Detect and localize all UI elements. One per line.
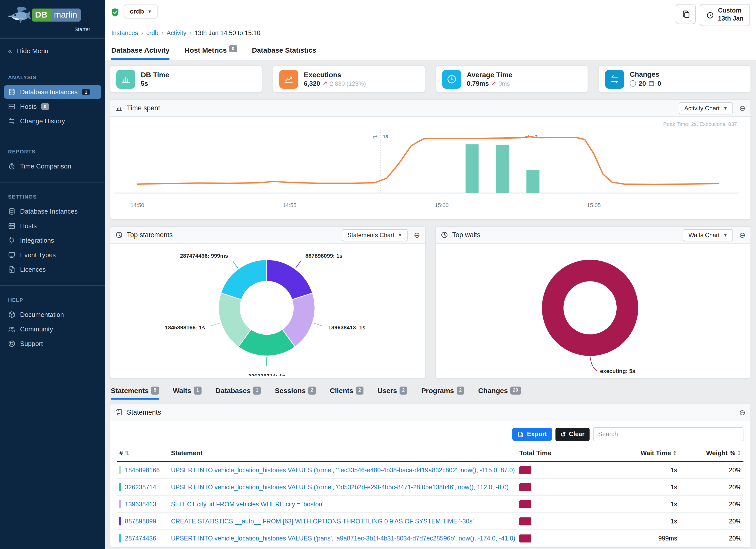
statement-id-link[interactable]: 139638413 [125,501,156,508]
col-header-statement[interactable]: Statement [169,446,517,461]
brand-marlin: marlin [50,9,81,22]
instance-selector[interactable]: crdb ▼ [124,4,158,19]
caret-down-icon: ▼ [723,106,728,111]
statement-link[interactable]: UPSERT INTO vehicle_location_histories V… [171,484,509,491]
sidebar-section: SETTINGSDatabase InstancesHostsIntegrati… [0,186,105,282]
tab-databases[interactable]: Databases1 [216,387,261,400]
tab-waits[interactable]: Waits1 [173,387,202,400]
donut-slice-287474436 [221,260,267,300]
tab-clients[interactable]: Clients2 [330,387,363,400]
sidebar: DBmarlin Starter « Hide Menu ANALYSISDat… [0,0,105,549]
tab-database-activity[interactable]: Database Activity [111,46,169,60]
sidebar-item-hosts[interactable]: Hosts0 [4,100,101,113]
hide-menu-button[interactable]: « Hide Menu [0,42,105,60]
detail-tabs: Statements5Waits1Databases1Sessions2Clie… [110,379,751,400]
card-average-time[interactable]: Average Time0.79ms↗0ms [436,65,588,93]
sidebar-section-title: ANALYSIS [0,68,105,84]
svg-text:15:05: 15:05 [587,202,601,208]
col-header-wait-time[interactable]: Wait Time↥ [601,446,679,461]
waits-chart-select[interactable]: Waits Chart ▼ [683,229,733,241]
sidebar-item-integrations[interactable]: Integrations [4,234,101,247]
trend-up-icon: ↗ [491,80,496,87]
breadcrumb: Instances›crdb›Activity›13th Jan 14:50 t… [105,26,756,41]
tab-database-statistics[interactable]: Database Statistics [252,46,316,60]
clear-button[interactable]: ↺ Clear [555,427,590,441]
breadcrumb-link[interactable]: Activity [166,30,186,37]
statement-link[interactable]: UPSERT INTO vehicle_location_histories V… [171,467,515,474]
time-range-button[interactable]: Custom13th Jan [700,4,750,26]
top-statements-panel: Top statements Statements Chart ▼ ⊖ 8878… [110,226,426,379]
sidebar-item-database-instances[interactable]: Database Instances [4,205,101,218]
search-input[interactable] [593,427,743,441]
card-executions[interactable]: Executions6,320↗2,830 (123%) [273,65,425,93]
app-logo[interactable]: DBmarlin Starter [0,0,105,35]
calendar-icon [648,80,655,87]
card-db-time[interactable]: DB Time5s [110,65,262,93]
statement-id-link[interactable]: 1845898166 [125,467,160,474]
statements-chart-select[interactable]: Statements Chart ▼ [342,229,408,241]
sidebar-section: REPORTSTime Comparison [0,140,105,179]
table-row: 326238714UPSERT INTO vehicle_location_hi… [117,479,743,496]
collapse-panel-icon[interactable]: ⊖ [414,231,420,239]
count-badge: 0 [229,45,237,52]
executions-bar [496,145,509,193]
statement-id-link[interactable]: 887898099 [125,518,156,525]
export-button[interactable]: Export [512,428,552,441]
svg-text:14:55: 14:55 [282,202,296,208]
main-content: DB Time5sExecutions6,320↗2,830 (123%)Ave… [105,60,756,549]
card-changes[interactable]: Changesⓘ200 [599,65,751,93]
statement-id-link[interactable]: 326238714 [125,484,156,491]
count-badge: 2 [400,387,407,395]
sidebar-item-change-history[interactable]: Change History [4,114,101,128]
sidebar-item-database-instances[interactable]: Database Instances1 [4,85,101,99]
collapse-panel-icon[interactable]: ⊖ [739,409,745,416]
time-spent-panel: Time spent Activity Chart ▼ ⊖ ⇄18⇄214:50… [110,99,751,220]
sidebar-item-licences[interactable]: Licences [4,263,101,276]
top-waits-donut[interactable]: executing: 5s [436,244,744,376]
activity-chart-select[interactable]: Activity Chart ▼ [679,102,733,114]
statement-id-link[interactable]: 287474436 [125,535,156,542]
total-time-bar [519,534,531,542]
tab-host-metrics[interactable]: Host Metrics0 [184,46,237,60]
breadcrumb-link[interactable]: Instances [111,30,138,37]
col-header-weight[interactable]: Weight %↧ [679,446,743,461]
statement-color-bar [119,517,121,525]
sidebar-item-community[interactable]: Community [4,322,101,336]
page-header: crdb ▼ Custom13th Jan [105,0,756,60]
table-row: 1845898166UPSERT INTO vehicle_location_h… [117,461,743,479]
statement-link[interactable]: SELECT city, id FROM vehicles WHERE city… [171,501,323,508]
panel-title: Top statements [127,231,173,239]
average-time-icon [442,69,461,88]
community-icon [8,325,16,333]
tab-sessions[interactable]: Sessions2 [275,387,316,400]
tab-changes[interactable]: Changes20 [478,387,521,400]
sidebar-item-hosts[interactable]: Hosts [4,219,101,233]
time-spent-chart[interactable]: ⇄18⇄214:5014:5515:0015:05Peak Time: 2s, … [110,117,743,217]
top-statements-donut[interactable]: 887898099: 1s139638413: 1s326238714: 1s1… [110,244,423,376]
total-time-bar [519,483,531,491]
statement-link[interactable]: CREATE STATISTICS __auto__ FROM [63] WIT… [171,518,474,525]
collapse-panel-icon[interactable]: ⊖ [739,104,745,112]
count-badge: 2 [456,387,464,395]
divider [0,137,105,137]
col-header-total-time[interactable]: Total Time [517,446,602,461]
tab-programs[interactable]: Programs2 [421,387,464,400]
col-header-id[interactable]: #⇅ [117,446,169,461]
sidebar-item-support[interactable]: Support [4,337,101,350]
statement-link[interactable]: UPSERT INTO vehicle_location_histories V… [171,535,515,542]
sidebar-item-time-comparison[interactable]: Time Comparison [4,159,101,173]
sidebar-item-documentation[interactable]: Documentation [4,308,101,321]
card-title: Changes [630,70,661,78]
tab-statements[interactable]: Statements5 [111,387,159,400]
wait-time-value: 1s [601,513,679,530]
chevrons-left-icon: « [8,47,12,55]
svg-text:18: 18 [383,134,388,139]
tab-users[interactable]: Users2 [377,387,407,400]
copy-link-button[interactable] [676,4,696,24]
breadcrumb-link[interactable]: crdb [146,30,158,37]
donut-label: 1845898166: 1s [165,324,205,331]
collapse-panel-icon[interactable]: ⊖ [739,231,745,239]
executions-bar [465,144,479,193]
table-row: 887898099CREATE STATISTICS __auto__ FROM… [117,513,743,530]
sidebar-item-event-types[interactable]: Event Types [4,248,101,262]
